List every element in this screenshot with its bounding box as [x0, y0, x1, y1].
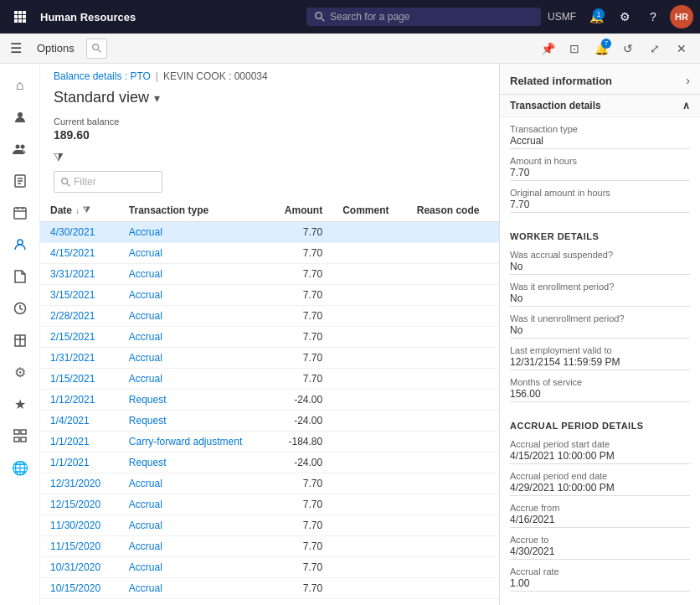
- balance-label: Current balance: [54, 116, 486, 127]
- sidebar-item-user-settings[interactable]: [3, 230, 37, 260]
- table-row[interactable]: 1/1/2021 Request -24.00: [40, 452, 499, 473]
- sidebar-item-home[interactable]: ⌂: [3, 70, 37, 101]
- table-row[interactable]: 2/15/2021 Accrual 7.70: [40, 327, 499, 348]
- date-cell[interactable]: 3/31/2021: [40, 264, 119, 285]
- right-panel-close-button[interactable]: ›: [686, 74, 690, 87]
- table-row[interactable]: 12/31/2020 Accrual 7.70: [40, 473, 499, 494]
- comment-column-header[interactable]: Comment: [332, 199, 407, 222]
- table-row[interactable]: 3/15/2021 Accrual 7.70: [40, 285, 499, 306]
- filter-funnel-icon[interactable]: ⧩: [54, 150, 64, 164]
- table-row[interactable]: 3/31/2021 Accrual 7.70: [40, 264, 499, 285]
- table-row[interactable]: 11/15/2020 Accrual 7.70: [40, 536, 499, 557]
- date-cell[interactable]: 12/31/2020: [40, 473, 119, 494]
- filter-input[interactable]: Filter: [54, 171, 162, 193]
- pin-icon[interactable]: 📌: [536, 37, 559, 60]
- sidebar-item-calendar[interactable]: [3, 198, 37, 228]
- sidebar-item-clock[interactable]: [3, 293, 37, 323]
- help-button[interactable]: ?: [641, 5, 665, 28]
- table-row[interactable]: 4/30/2021 Accrual 7.70: [40, 222, 499, 243]
- type-cell[interactable]: Request: [119, 390, 268, 411]
- date-cell[interactable]: 9/30/2020: [40, 599, 119, 606]
- table-row[interactable]: 9/30/2020 Accrual 7.70: [40, 599, 499, 606]
- type-cell[interactable]: Accrual: [119, 222, 268, 243]
- type-cell[interactable]: Accrual: [119, 369, 268, 390]
- date-cell[interactable]: 11/30/2020: [40, 515, 119, 536]
- open-in-new-icon[interactable]: ⤢: [643, 37, 667, 60]
- date-filter-icon[interactable]: ⧩: [83, 205, 90, 215]
- table-row[interactable]: 12/15/2020 Accrual 7.70: [40, 494, 499, 515]
- table-row[interactable]: 4/15/2021 Accrual 7.70: [40, 243, 499, 264]
- view-dropdown-button[interactable]: ▾: [154, 91, 160, 105]
- type-cell[interactable]: Request: [119, 411, 268, 432]
- table-row[interactable]: 1/1/2021 Carry-forward adjustment -184.8…: [40, 432, 499, 452]
- table-row[interactable]: 1/31/2021 Accrual 7.70: [40, 348, 499, 369]
- app-grid-button[interactable]: [7, 3, 33, 30]
- type-cell[interactable]: Accrual: [119, 285, 268, 306]
- copy-icon[interactable]: ⊡: [563, 37, 586, 60]
- type-cell[interactable]: Accrual: [119, 536, 268, 557]
- hamburger-menu-button[interactable]: ☰: [7, 37, 25, 59]
- table-row[interactable]: 1/12/2021 Request -24.00: [40, 390, 499, 411]
- table-row[interactable]: 10/31/2020 Accrual 7.70: [40, 557, 499, 578]
- date-cell[interactable]: 10/15/2020: [40, 578, 119, 599]
- sidebar-item-checklist[interactable]: [3, 166, 37, 196]
- alert-icon[interactable]: 🔔 7: [589, 37, 613, 60]
- type-cell[interactable]: Accrual: [119, 348, 268, 369]
- date-cell[interactable]: 1/4/2021: [40, 411, 119, 432]
- date-cell[interactable]: 2/28/2021: [40, 306, 119, 327]
- table-row[interactable]: 10/15/2020 Accrual 7.70: [40, 578, 499, 599]
- close-icon[interactable]: ✕: [670, 37, 693, 60]
- date-cell[interactable]: 4/30/2021: [40, 222, 119, 243]
- sidebar-item-document[interactable]: [3, 261, 37, 292]
- type-cell[interactable]: Accrual: [119, 264, 268, 285]
- type-cell[interactable]: Accrual: [119, 473, 268, 494]
- notification-bell-button[interactable]: 🔔 1: [584, 5, 608, 28]
- type-cell[interactable]: Accrual: [119, 578, 268, 599]
- sidebar-item-settings[interactable]: ⚙: [3, 357, 37, 387]
- avatar-button[interactable]: HR: [670, 5, 693, 28]
- type-cell[interactable]: Accrual: [119, 306, 268, 327]
- sidebar-item-structure[interactable]: [3, 421, 37, 451]
- type-cell[interactable]: Request: [119, 452, 268, 473]
- sidebar-item-star[interactable]: ★: [3, 389, 37, 419]
- toolbar-search[interactable]: [86, 39, 107, 59]
- date-cell[interactable]: 1/1/2021: [40, 452, 119, 473]
- date-cell[interactable]: 11/15/2020: [40, 536, 119, 557]
- sidebar-item-people[interactable]: [3, 134, 37, 164]
- table-row[interactable]: 1/4/2021 Request -24.00: [40, 411, 499, 432]
- table-row[interactable]: 2/28/2021 Accrual 7.70: [40, 306, 499, 327]
- amount-column-header[interactable]: Amount: [268, 199, 332, 222]
- type-cell[interactable]: Accrual: [119, 557, 268, 578]
- type-cell[interactable]: Accrual: [119, 494, 268, 515]
- date-cell[interactable]: 1/12/2021: [40, 390, 119, 411]
- sidebar-item-building[interactable]: [3, 325, 37, 355]
- date-cell[interactable]: 2/15/2021: [40, 327, 119, 348]
- type-cell[interactable]: Accrual: [119, 243, 268, 264]
- date-cell[interactable]: 1/31/2021: [40, 348, 119, 369]
- comment-cell: [332, 264, 407, 285]
- settings-button[interactable]: ⚙: [613, 5, 636, 28]
- type-cell[interactable]: Accrual: [119, 599, 268, 606]
- table-row[interactable]: 11/30/2020 Accrual 7.70: [40, 515, 499, 536]
- table-row[interactable]: 1/15/2021 Accrual 7.70: [40, 369, 499, 390]
- search-bar[interactable]: Search for a page: [306, 8, 541, 26]
- breadcrumb-part1[interactable]: Balance details : PTO: [54, 70, 151, 82]
- transaction-details-section-header[interactable]: Transaction details ∧: [500, 95, 700, 117]
- transaction-type-column-header[interactable]: Transaction type: [119, 199, 268, 222]
- date-column-header[interactable]: Date ↓ ⧩: [40, 199, 119, 222]
- reason-code-column-header[interactable]: Reason code: [407, 199, 499, 222]
- date-cell[interactable]: 1/1/2021: [40, 432, 119, 452]
- date-cell[interactable]: 12/15/2020: [40, 494, 119, 515]
- type-cell[interactable]: Accrual: [119, 327, 268, 348]
- date-cell[interactable]: 3/15/2021: [40, 285, 119, 306]
- sidebar-item-person[interactable]: [3, 102, 37, 132]
- date-cell[interactable]: 1/15/2021: [40, 369, 119, 390]
- type-cell[interactable]: Carry-forward adjustment: [119, 432, 268, 452]
- date-cell[interactable]: 4/15/2021: [40, 243, 119, 264]
- sidebar-item-globe[interactable]: 🌐: [3, 452, 37, 483]
- date-cell[interactable]: 10/31/2020: [40, 557, 119, 578]
- type-cell[interactable]: Accrual: [119, 515, 268, 536]
- refresh-icon[interactable]: ↺: [616, 37, 640, 60]
- options-button[interactable]: Options: [30, 39, 81, 58]
- comment-cell: [332, 285, 407, 306]
